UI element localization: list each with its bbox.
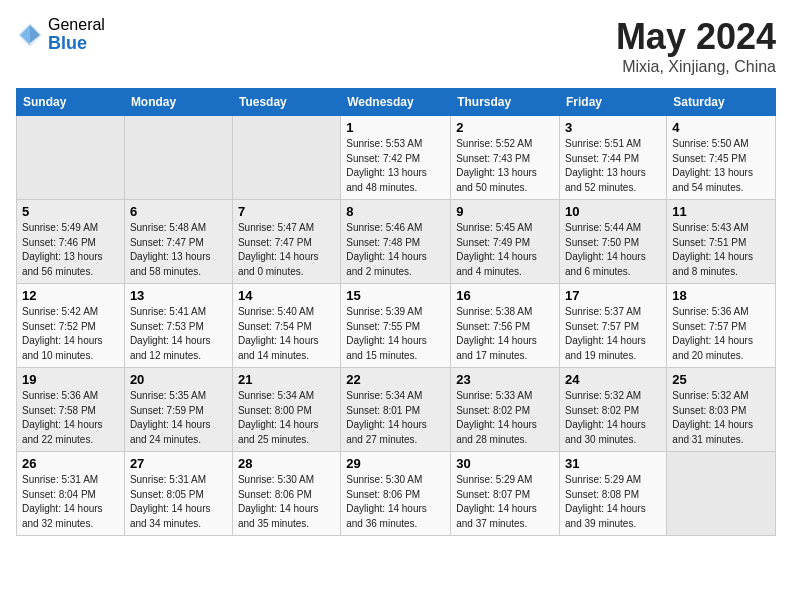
page-header: General Blue May 2024 Mixia, Xinjiang, C… (16, 16, 776, 76)
day-info: Sunrise: 5:33 AM Sunset: 8:02 PM Dayligh… (456, 389, 554, 447)
day-cell: 13Sunrise: 5:41 AM Sunset: 7:53 PM Dayli… (124, 284, 232, 368)
day-cell: 4Sunrise: 5:50 AM Sunset: 7:45 PM Daylig… (667, 116, 776, 200)
calendar-title: May 2024 (616, 16, 776, 58)
day-info: Sunrise: 5:35 AM Sunset: 7:59 PM Dayligh… (130, 389, 227, 447)
day-number: 25 (672, 372, 770, 387)
week-row-0: 1Sunrise: 5:53 AM Sunset: 7:42 PM Daylig… (17, 116, 776, 200)
day-number: 2 (456, 120, 554, 135)
day-info: Sunrise: 5:47 AM Sunset: 7:47 PM Dayligh… (238, 221, 335, 279)
day-cell: 1Sunrise: 5:53 AM Sunset: 7:42 PM Daylig… (341, 116, 451, 200)
day-cell (232, 116, 340, 200)
day-cell: 10Sunrise: 5:44 AM Sunset: 7:50 PM Dayli… (560, 200, 667, 284)
col-thursday: Thursday (451, 89, 560, 116)
day-cell: 22Sunrise: 5:34 AM Sunset: 8:01 PM Dayli… (341, 368, 451, 452)
day-info: Sunrise: 5:30 AM Sunset: 8:06 PM Dayligh… (238, 473, 335, 531)
col-monday: Monday (124, 89, 232, 116)
day-number: 3 (565, 120, 661, 135)
day-cell (17, 116, 125, 200)
day-cell: 17Sunrise: 5:37 AM Sunset: 7:57 PM Dayli… (560, 284, 667, 368)
day-number: 12 (22, 288, 119, 303)
day-cell: 19Sunrise: 5:36 AM Sunset: 7:58 PM Dayli… (17, 368, 125, 452)
day-info: Sunrise: 5:43 AM Sunset: 7:51 PM Dayligh… (672, 221, 770, 279)
day-cell: 20Sunrise: 5:35 AM Sunset: 7:59 PM Dayli… (124, 368, 232, 452)
day-info: Sunrise: 5:53 AM Sunset: 7:42 PM Dayligh… (346, 137, 445, 195)
day-cell: 16Sunrise: 5:38 AM Sunset: 7:56 PM Dayli… (451, 284, 560, 368)
day-cell: 6Sunrise: 5:48 AM Sunset: 7:47 PM Daylig… (124, 200, 232, 284)
day-cell: 3Sunrise: 5:51 AM Sunset: 7:44 PM Daylig… (560, 116, 667, 200)
day-number: 29 (346, 456, 445, 471)
day-info: Sunrise: 5:34 AM Sunset: 8:00 PM Dayligh… (238, 389, 335, 447)
logo: General Blue (16, 16, 105, 53)
day-info: Sunrise: 5:37 AM Sunset: 7:57 PM Dayligh… (565, 305, 661, 363)
day-info: Sunrise: 5:32 AM Sunset: 8:03 PM Dayligh… (672, 389, 770, 447)
day-cell (124, 116, 232, 200)
day-number: 28 (238, 456, 335, 471)
header-row: Sunday Monday Tuesday Wednesday Thursday… (17, 89, 776, 116)
day-cell: 21Sunrise: 5:34 AM Sunset: 8:00 PM Dayli… (232, 368, 340, 452)
logo-icon (16, 21, 44, 49)
day-number: 9 (456, 204, 554, 219)
day-info: Sunrise: 5:32 AM Sunset: 8:02 PM Dayligh… (565, 389, 661, 447)
day-cell: 24Sunrise: 5:32 AM Sunset: 8:02 PM Dayli… (560, 368, 667, 452)
day-number: 16 (456, 288, 554, 303)
day-info: Sunrise: 5:29 AM Sunset: 8:08 PM Dayligh… (565, 473, 661, 531)
day-number: 4 (672, 120, 770, 135)
day-cell: 9Sunrise: 5:45 AM Sunset: 7:49 PM Daylig… (451, 200, 560, 284)
day-number: 20 (130, 372, 227, 387)
day-info: Sunrise: 5:30 AM Sunset: 8:06 PM Dayligh… (346, 473, 445, 531)
col-saturday: Saturday (667, 89, 776, 116)
day-number: 23 (456, 372, 554, 387)
day-info: Sunrise: 5:41 AM Sunset: 7:53 PM Dayligh… (130, 305, 227, 363)
day-cell: 5Sunrise: 5:49 AM Sunset: 7:46 PM Daylig… (17, 200, 125, 284)
day-number: 26 (22, 456, 119, 471)
week-row-3: 19Sunrise: 5:36 AM Sunset: 7:58 PM Dayli… (17, 368, 776, 452)
col-wednesday: Wednesday (341, 89, 451, 116)
day-info: Sunrise: 5:49 AM Sunset: 7:46 PM Dayligh… (22, 221, 119, 279)
day-info: Sunrise: 5:36 AM Sunset: 7:57 PM Dayligh… (672, 305, 770, 363)
day-number: 30 (456, 456, 554, 471)
day-number: 15 (346, 288, 445, 303)
title-block: May 2024 Mixia, Xinjiang, China (616, 16, 776, 76)
day-info: Sunrise: 5:46 AM Sunset: 7:48 PM Dayligh… (346, 221, 445, 279)
day-cell: 2Sunrise: 5:52 AM Sunset: 7:43 PM Daylig… (451, 116, 560, 200)
day-info: Sunrise: 5:42 AM Sunset: 7:52 PM Dayligh… (22, 305, 119, 363)
calendar-table: Sunday Monday Tuesday Wednesday Thursday… (16, 88, 776, 536)
logo-general: General (48, 16, 105, 34)
day-info: Sunrise: 5:39 AM Sunset: 7:55 PM Dayligh… (346, 305, 445, 363)
day-number: 19 (22, 372, 119, 387)
day-number: 5 (22, 204, 119, 219)
day-number: 11 (672, 204, 770, 219)
day-number: 10 (565, 204, 661, 219)
day-number: 22 (346, 372, 445, 387)
day-info: Sunrise: 5:31 AM Sunset: 8:05 PM Dayligh… (130, 473, 227, 531)
day-number: 24 (565, 372, 661, 387)
day-info: Sunrise: 5:34 AM Sunset: 8:01 PM Dayligh… (346, 389, 445, 447)
day-cell: 27Sunrise: 5:31 AM Sunset: 8:05 PM Dayli… (124, 452, 232, 536)
col-sunday: Sunday (17, 89, 125, 116)
day-info: Sunrise: 5:48 AM Sunset: 7:47 PM Dayligh… (130, 221, 227, 279)
day-number: 8 (346, 204, 445, 219)
day-info: Sunrise: 5:44 AM Sunset: 7:50 PM Dayligh… (565, 221, 661, 279)
day-info: Sunrise: 5:50 AM Sunset: 7:45 PM Dayligh… (672, 137, 770, 195)
day-number: 21 (238, 372, 335, 387)
day-number: 6 (130, 204, 227, 219)
day-cell: 25Sunrise: 5:32 AM Sunset: 8:03 PM Dayli… (667, 368, 776, 452)
day-info: Sunrise: 5:36 AM Sunset: 7:58 PM Dayligh… (22, 389, 119, 447)
logo-text: General Blue (48, 16, 105, 53)
day-cell: 30Sunrise: 5:29 AM Sunset: 8:07 PM Dayli… (451, 452, 560, 536)
day-cell: 15Sunrise: 5:39 AM Sunset: 7:55 PM Dayli… (341, 284, 451, 368)
day-cell: 31Sunrise: 5:29 AM Sunset: 8:08 PM Dayli… (560, 452, 667, 536)
day-cell: 8Sunrise: 5:46 AM Sunset: 7:48 PM Daylig… (341, 200, 451, 284)
week-row-1: 5Sunrise: 5:49 AM Sunset: 7:46 PM Daylig… (17, 200, 776, 284)
day-cell: 11Sunrise: 5:43 AM Sunset: 7:51 PM Dayli… (667, 200, 776, 284)
day-cell: 14Sunrise: 5:40 AM Sunset: 7:54 PM Dayli… (232, 284, 340, 368)
day-info: Sunrise: 5:52 AM Sunset: 7:43 PM Dayligh… (456, 137, 554, 195)
day-info: Sunrise: 5:45 AM Sunset: 7:49 PM Dayligh… (456, 221, 554, 279)
day-number: 18 (672, 288, 770, 303)
day-cell: 29Sunrise: 5:30 AM Sunset: 8:06 PM Dayli… (341, 452, 451, 536)
day-number: 13 (130, 288, 227, 303)
week-row-4: 26Sunrise: 5:31 AM Sunset: 8:04 PM Dayli… (17, 452, 776, 536)
day-cell: 12Sunrise: 5:42 AM Sunset: 7:52 PM Dayli… (17, 284, 125, 368)
day-info: Sunrise: 5:38 AM Sunset: 7:56 PM Dayligh… (456, 305, 554, 363)
day-number: 17 (565, 288, 661, 303)
